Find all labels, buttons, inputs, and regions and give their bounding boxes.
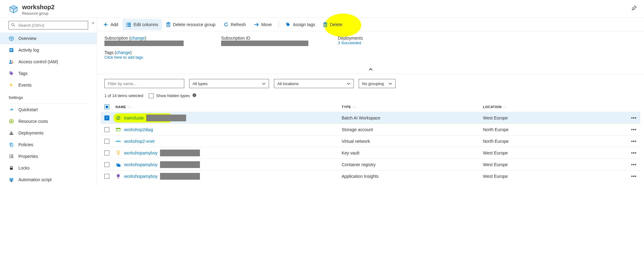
chevron-down-icon [388,81,392,86]
row-checkbox[interactable]: ✓ [104,115,109,120]
select-all-checkbox[interactable] [104,104,109,109]
resource-name-cell[interactable]: workshopamyboy [115,161,342,168]
filter-name-input[interactable] [104,79,184,88]
show-hidden-checkbox[interactable] [149,93,154,98]
row-checkbox[interactable] [104,174,109,179]
row-context-menu[interactable]: ••• [624,115,637,120]
svg-point-10 [10,120,12,122]
pin-icon[interactable] [632,6,637,11]
change-subscription-link[interactable]: change [131,36,145,41]
button-label: Refresh [231,22,246,27]
filter-types-select[interactable]: All types [189,79,269,88]
page-title: workshop2 [22,4,55,11]
info-icon[interactable]: i [192,93,197,98]
nav-label: Locks [18,166,30,170]
filter-locations-select[interactable]: All locations [274,79,354,88]
resource-type-icon [115,115,121,121]
header-name[interactable]: Name↑↓ [115,105,342,109]
svg-rect-26 [128,24,131,25]
resource-name-cell[interactable]: workshopamyboy [115,173,342,180]
sidebar-search-input[interactable] [9,21,88,29]
add-button[interactable]: Add [100,19,122,30]
sidebar: « Overview Activity log Access con [0,18,97,186]
nav-events[interactable]: Events [0,79,97,91]
change-tags-link[interactable]: change [116,50,130,55]
resource-name: workshopamyboy [124,150,158,155]
svg-point-6 [10,60,11,62]
row-checkbox[interactable] [104,127,109,132]
svg-rect-23 [127,24,127,25]
resource-name-cell[interactable]: workshopamyboy [115,150,342,156]
deployments-link[interactable]: 3 Succeeded [338,41,430,45]
table-row[interactable]: workshopamyboyKey vaultWest Europe••• [101,147,640,158]
row-context-menu[interactable]: ••• [624,127,637,132]
svg-rect-24 [127,26,127,27]
nav-quickstart[interactable]: Quickstart [0,104,97,115]
svg-rect-45 [116,128,120,129]
svg-point-0 [12,23,14,26]
svg-rect-25 [128,23,131,24]
svg-rect-52 [118,178,119,179]
filter-grouping-select[interactable]: No grouping [359,79,396,88]
resource-type-icon [115,127,121,132]
nav-access-control[interactable]: Access control (IAM) [0,56,97,68]
header-type[interactable]: Type↑↓ [342,105,483,109]
resource-name-cell[interactable]: traincluste [115,115,342,121]
page-header: workshop2 Resource group [0,0,644,18]
table-row[interactable]: workshop2-vnetVirtual networkNorth Europ… [101,135,640,147]
resource-name: workshopamyboy [124,174,158,179]
row-context-menu[interactable]: ••• [624,174,637,179]
toolbar: Add Edit columns Delete resource group R… [97,18,644,31]
row-checkbox[interactable] [104,150,109,155]
filter-row: All types All locations No grouping [97,74,644,91]
row-checkbox[interactable] [104,139,109,144]
table-row[interactable]: workshop2diagStorage accountNorth Europe… [101,123,640,135]
nav-activity-log[interactable]: Activity log [0,44,97,56]
svg-rect-19 [11,158,13,158]
arrow-right-icon [254,22,259,27]
redacted-name-part [160,173,200,180]
row-checkbox[interactable] [104,162,109,167]
svg-rect-15 [11,155,13,155]
essentials-collapse-toggle[interactable] [97,66,644,74]
assign-tags-button[interactable]: Assign tags [282,19,319,30]
delete-button[interactable]: Delete [319,19,346,30]
edit-columns-button[interactable]: Edit columns [123,19,162,30]
nav-label: Resource costs [18,119,48,124]
show-hidden-label: Show hidden types [156,93,190,98]
columns-icon [126,22,131,27]
table-row[interactable]: ✓trainclusteBatch AI WorkspaceWest Europ… [101,112,640,123]
svg-rect-30 [168,22,169,23]
row-context-menu[interactable]: ••• [624,139,637,144]
nav-label: Tags [18,71,28,76]
delete-resource-group-button[interactable]: Delete resource group [162,19,219,30]
settings-heading: Settings [0,91,97,102]
row-context-menu[interactable]: ••• [624,162,637,167]
nav-tags[interactable]: Tags [0,68,97,79]
table-row[interactable]: workshopamyboyContainer registryWest Eur… [101,158,640,170]
nav-deployments[interactable]: Deployments [0,127,97,139]
row-context-menu[interactable]: ••• [624,150,637,155]
sidebar-collapse-icon[interactable]: « [92,20,94,25]
table-row[interactable]: workshopamyboyApplication InsightsWest E… [101,170,640,182]
nav-policies[interactable]: Policies [0,139,97,150]
refresh-button[interactable]: Refresh [220,19,250,30]
nav-properties[interactable]: Properties [0,150,97,162]
svg-rect-18 [10,158,11,158]
svg-point-8 [10,72,11,73]
svg-rect-13 [10,143,13,147]
move-button[interactable]: Move [250,19,275,30]
nav-overview[interactable]: Overview [0,33,97,44]
page-subtitle: Resource group [22,11,55,16]
svg-rect-14 [10,155,11,155]
add-tags-link[interactable]: Click here to add tags [104,55,197,60]
resource-type: Batch AI Workspace [342,115,483,120]
resource-name-cell[interactable]: workshop2-vnet [115,139,342,144]
subscription-value-redacted [104,41,184,46]
nav-automation-script[interactable]: Automation script [0,174,97,186]
nav-resource-costs[interactable]: Resource costs [0,115,97,127]
resource-name-cell[interactable]: workshop2diag [115,127,342,132]
nav-locks[interactable]: Locks [0,162,97,174]
tags-label: Tags (change) [104,50,197,55]
header-location[interactable]: Location↑↓ [483,105,624,109]
